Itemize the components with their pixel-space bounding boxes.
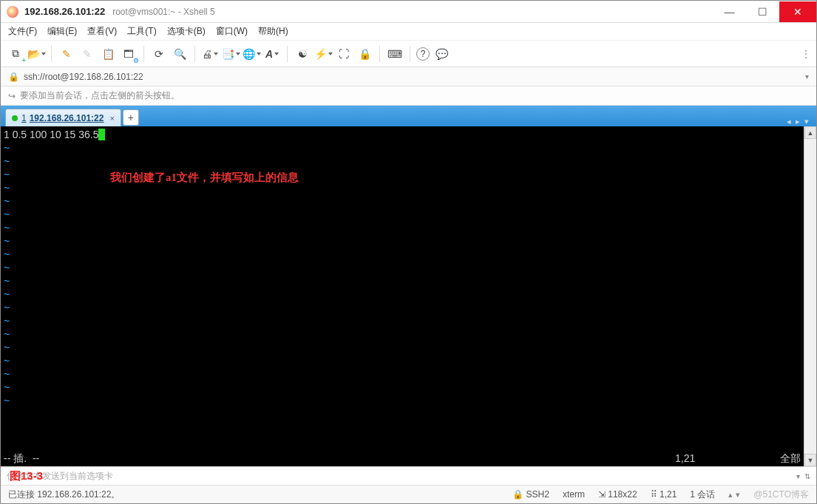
minimize-button[interactable]: —	[713, 1, 746, 22]
props-icon[interactable]: 🗔⚙	[120, 45, 138, 63]
tilde: ~	[4, 368, 10, 380]
reconnect-icon[interactable]: ⟳	[150, 45, 168, 63]
session-tab[interactable]: 1 192.168.26.101:22 ×	[5, 109, 121, 126]
vim-percent: 全部	[764, 452, 801, 465]
chat-icon[interactable]: 💬	[433, 45, 450, 63]
new-tab-button[interactable]: +	[123, 109, 139, 126]
font-icon[interactable]: A	[263, 45, 281, 63]
fullscreen-icon[interactable]: ⛶	[335, 45, 353, 63]
separator	[379, 46, 380, 62]
address-dropdown-icon[interactable]: ▾	[805, 72, 809, 81]
status-dot-icon	[12, 115, 18, 121]
vim-statusline: -- 插. -- 1,21 全部	[4, 452, 801, 465]
search-icon[interactable]: 🔍	[171, 45, 189, 63]
sendbar: 仅将文本发送到当前选项卡 图13-3 ▾ ⇅	[1, 466, 816, 486]
keyboard-icon[interactable]: ⌨	[386, 45, 404, 63]
scrollbar[interactable]: ▲ ▼	[804, 126, 816, 466]
terminal[interactable]: 1 0.5 100 10 15 36.5 ~ ~ ~ ~ ~ ~ ~ ~ ~ ~…	[1, 126, 804, 466]
hint-text: 要添加当前会话，点击左侧的箭头按钮。	[20, 89, 180, 102]
status-proto: 🔒 SSH2	[512, 489, 549, 500]
address-url[interactable]: ssh://root@192.168.26.101:22	[24, 72, 143, 82]
status-pos: ⠿ 1,21	[651, 489, 677, 500]
tab-nav: ◂ ▸ ▾	[787, 117, 812, 126]
scroll-down-icon[interactable]: ▼	[804, 454, 816, 466]
new-session-icon[interactable]: ⧉+	[7, 45, 24, 63]
status-sessions: 1 会话	[690, 488, 715, 501]
edit-icon[interactable]: ✎	[58, 45, 75, 63]
vim-mode: -- 插. --	[4, 452, 675, 465]
figure-label: 图13-3	[10, 469, 43, 483]
menu-tabs[interactable]: 选项卡(B)	[167, 25, 206, 38]
menu-file[interactable]: 文件(F)	[8, 25, 37, 38]
watermark: @51CTO博客	[753, 488, 809, 501]
globe-icon[interactable]: 🌐	[243, 45, 260, 63]
status-nav: ▴ ▾	[728, 490, 740, 500]
tilde: ~	[4, 315, 10, 327]
cursor	[98, 129, 105, 140]
tab-prev-icon[interactable]: ◂	[787, 117, 791, 126]
add-arrow-icon[interactable]: ↪	[8, 91, 16, 101]
tab-number: 1	[21, 113, 27, 123]
annotation-text: 我们创建了a1文件，并填写如上的信息	[110, 171, 299, 184]
tilde: ~	[4, 275, 10, 287]
maximize-button[interactable]: ☐	[746, 1, 779, 22]
tab-label: 192.168.26.101:22	[30, 113, 104, 123]
script-icon[interactable]: ⚡	[314, 45, 332, 63]
tilde: ~	[4, 262, 10, 273]
close-button[interactable]: ✕	[779, 1, 816, 22]
tabstrip: 1 192.168.26.101:22 × + ◂ ▸ ▾	[1, 106, 816, 126]
tilde: ~	[4, 248, 10, 260]
separator	[287, 46, 288, 62]
help-icon[interactable]: ?	[416, 47, 430, 61]
toolbar-overflow[interactable]: ⋮	[801, 49, 809, 59]
scroll-up-icon[interactable]: ▲	[804, 126, 816, 139]
copy-icon[interactable]: ✎	[78, 45, 96, 63]
transfer-icon[interactable]: 📑	[222, 45, 240, 63]
title-ip: 192.168.26.101:22	[24, 6, 105, 17]
menu-tools[interactable]: 工具(T)	[127, 25, 156, 38]
print-icon[interactable]: 🖨	[201, 45, 219, 63]
lock-icon[interactable]: 🔒	[356, 45, 373, 63]
menubar: 文件(F) 编辑(E) 查看(V) 工具(T) 选项卡(B) 窗口(W) 帮助(…	[1, 23, 816, 41]
tab-next-icon[interactable]: ▸	[796, 117, 800, 126]
separator	[51, 46, 52, 62]
terminal-line: 1 0.5 100 10 15 36.5	[4, 129, 98, 140]
menu-view[interactable]: 查看(V)	[87, 25, 117, 38]
menu-edit[interactable]: 编辑(E)	[47, 25, 77, 38]
sendbar-controls: ▾ ⇅	[796, 472, 810, 480]
nav-up-icon[interactable]: ▴	[728, 490, 733, 500]
separator	[143, 46, 144, 62]
sync-icon[interactable]: ☯	[294, 45, 311, 63]
hintbar: ↪ 要添加当前会话，点击左侧的箭头按钮。	[1, 86, 816, 106]
app-icon	[7, 6, 18, 18]
status-connected: 已连接 192.168.26.101:22。	[8, 488, 499, 501]
tab-list-icon[interactable]: ▾	[804, 117, 809, 126]
menu-help[interactable]: 帮助(H)	[258, 25, 288, 38]
tilde: ~	[4, 155, 10, 167]
open-icon[interactable]: 📂	[27, 45, 45, 63]
window-controls: — ☐ ✕	[713, 1, 816, 22]
nav-down-icon[interactable]: ▾	[736, 490, 740, 500]
title-rest: root@vms001:~ - Xshell 5	[112, 7, 215, 17]
tilde: ~	[4, 328, 10, 340]
tilde: ~	[4, 142, 10, 154]
tilde: ~	[4, 288, 10, 300]
scroll-track[interactable]	[804, 139, 816, 454]
terminal-wrap: 1 0.5 100 10 15 36.5 ~ ~ ~ ~ ~ ~ ~ ~ ~ ~…	[1, 126, 816, 466]
addressbar: 🔒 ssh://root@192.168.26.101:22 ▾	[1, 67, 816, 86]
vim-position: 1,21	[675, 452, 764, 465]
tilde: ~	[4, 355, 10, 367]
tilde: ~	[4, 222, 10, 234]
tilde: ~	[4, 395, 10, 406]
status-size: ⇲ 118x22	[598, 489, 637, 500]
tilde: ~	[4, 381, 10, 393]
sendbar-toggle-icon[interactable]: ⇅	[804, 472, 810, 480]
paste-icon[interactable]: 📋	[99, 45, 117, 63]
tilde: ~	[4, 302, 10, 313]
menu-window[interactable]: 窗口(W)	[216, 25, 248, 38]
tilde: ~	[4, 195, 10, 207]
tab-close-icon[interactable]: ×	[109, 114, 114, 123]
sendbar-dropdown-icon[interactable]: ▾	[796, 472, 800, 480]
separator	[194, 46, 195, 62]
statusbar: 已连接 192.168.26.101:22。 🔒 SSH2 xterm ⇲ 11…	[1, 486, 816, 503]
